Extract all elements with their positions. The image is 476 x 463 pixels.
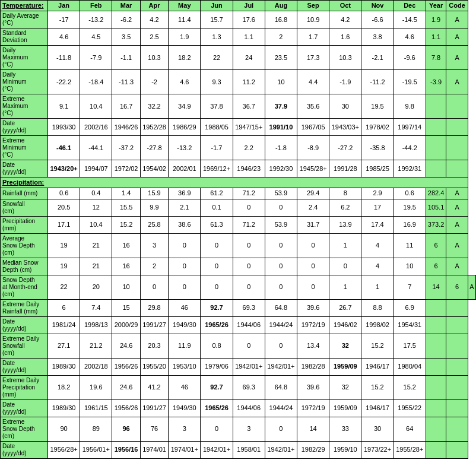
data-cell: 0 — [169, 275, 201, 299]
row-label: Date (yyyy/dd) — [1, 119, 48, 136]
data-cell: -44.1 — [80, 136, 112, 160]
data-cell: 0 — [297, 233, 329, 258]
data-cell: 0 — [233, 334, 265, 358]
data-cell: 61.3 — [201, 216, 233, 233]
data-cell — [426, 299, 446, 316]
data-cell: 10.4 — [80, 216, 112, 233]
data-cell: 11.9 — [169, 334, 201, 358]
data-cell: -3.9 — [426, 70, 446, 94]
data-cell: 1969/12+ — [201, 160, 233, 177]
data-cell: -13.2 — [169, 136, 201, 160]
data-cell: 64 — [394, 417, 426, 441]
data-cell: 17.5 — [394, 334, 426, 358]
data-cell: 15.5 — [112, 199, 140, 216]
data-cell: -7.9 — [80, 46, 112, 70]
data-cell: 1998/13 — [80, 316, 112, 334]
data-cell — [446, 334, 468, 358]
header-sep: Sep — [297, 1, 329, 11]
data-cell: 92.7 — [201, 299, 233, 316]
data-cell: A — [446, 11, 468, 28]
data-cell: -18.4 — [80, 70, 112, 94]
data-cell: 0.8 — [201, 334, 233, 358]
data-cell: 1947/15+ — [233, 119, 265, 136]
data-cell: 21 — [80, 233, 112, 258]
header-feb: Feb — [80, 1, 112, 11]
data-cell: 1981/24 — [48, 316, 80, 334]
data-cell: -1.1 — [112, 46, 140, 70]
data-cell: 69.3 — [233, 375, 265, 399]
data-cell: 12 — [80, 199, 112, 216]
data-cell: 2002/18 — [80, 358, 112, 375]
data-cell: 15.2 — [361, 334, 394, 358]
data-cell: 2 — [140, 258, 168, 275]
data-cell: 9.9 — [140, 199, 168, 216]
data-cell: 15 — [112, 299, 140, 316]
data-cell — [446, 417, 468, 441]
data-cell: 1946/02 — [329, 316, 361, 334]
data-cell: 0 — [265, 199, 297, 216]
data-cell: 37.8 — [201, 94, 233, 119]
data-cell: 3 — [140, 233, 168, 258]
data-cell: 2.1 — [169, 199, 201, 216]
data-cell: 2002/01 — [169, 160, 201, 177]
data-cell: 11.2 — [233, 70, 265, 94]
data-cell: 1 — [329, 233, 361, 258]
header-jan: Jan — [48, 1, 80, 11]
data-cell: 21 — [80, 258, 112, 275]
data-cell: 32 — [329, 334, 361, 358]
data-cell: 19.6 — [80, 375, 112, 399]
data-cell: 1959/09 — [329, 399, 361, 417]
row-label: Extreme Daily Rainfall (mm) — [1, 299, 48, 316]
data-cell — [446, 299, 468, 316]
data-cell: 8 — [329, 188, 361, 199]
data-cell — [446, 441, 468, 458]
data-cell: 17.3 — [297, 46, 329, 70]
data-cell: 1942/01+ — [201, 441, 233, 458]
header-dec: Dec — [394, 1, 426, 11]
data-cell: 9.1 — [48, 94, 80, 119]
data-cell: 69.3 — [233, 299, 265, 316]
data-cell: A — [468, 275, 475, 299]
data-cell — [426, 136, 446, 160]
data-cell: 3 — [233, 417, 265, 441]
data-cell: 16 — [112, 233, 140, 258]
data-cell: 0 — [201, 275, 233, 299]
data-cell: 0 — [297, 275, 329, 299]
data-cell: 24 — [233, 46, 265, 70]
row-label: Extreme Daily Snowfall (cm) — [1, 334, 48, 358]
data-cell: 46 — [169, 299, 201, 316]
data-cell: 1946/23 — [233, 160, 265, 177]
data-cell: 37.9 — [265, 94, 297, 119]
data-cell — [446, 358, 468, 375]
data-cell — [446, 160, 468, 177]
data-cell: 23.5 — [265, 46, 297, 70]
data-cell: 21.2 — [80, 334, 112, 358]
data-cell: 1946/17 — [361, 358, 394, 375]
data-cell: 1942/01+ — [233, 358, 265, 375]
data-cell: 1.4 — [112, 188, 140, 199]
data-cell: 29.8 — [140, 299, 168, 316]
data-cell: 0 — [233, 258, 265, 275]
data-cell: 3.5 — [112, 28, 140, 46]
data-cell: 4 — [361, 233, 394, 258]
row-label: Rainfall (mm) — [1, 188, 48, 199]
data-cell: 1980/04 — [394, 358, 426, 375]
data-cell: 11.4 — [169, 11, 201, 28]
data-cell: 4.4 — [297, 70, 329, 94]
data-cell: 1955/28+ — [394, 441, 426, 458]
data-cell: 105.1 — [426, 199, 446, 216]
data-cell: 17.4 — [361, 216, 394, 233]
data-cell — [426, 399, 446, 417]
data-cell: 1956/26 — [112, 358, 140, 375]
row-label: Snow Depth at Month-end (cm) — [1, 275, 48, 299]
data-cell: 0 — [265, 275, 297, 299]
data-cell: -13.2 — [80, 11, 112, 28]
data-cell: -19.5 — [394, 70, 426, 94]
data-cell: 16.7 — [112, 94, 140, 119]
data-cell: 10 — [112, 275, 140, 299]
climate-table: Temperature: Jan Feb Mar Apr May Jun Jul… — [0, 0, 476, 459]
data-cell: 1959/09 — [329, 358, 361, 375]
data-cell: 2002/16 — [80, 119, 112, 136]
data-cell: 39.6 — [297, 299, 329, 316]
data-cell: 32.2 — [140, 94, 168, 119]
